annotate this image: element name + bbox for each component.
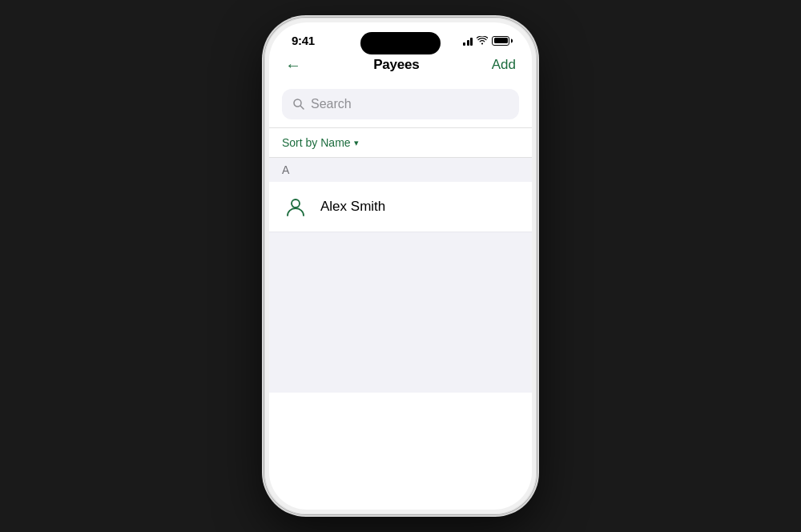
sort-chevron-icon: ▾ — [354, 138, 359, 148]
payee-item[interactable]: Alex Smith — [269, 182, 532, 232]
nav-bar: ← Payees Add — [269, 54, 532, 83]
search-placeholder: Search — [311, 97, 508, 111]
search-container: Search — [269, 83, 532, 127]
search-icon — [293, 99, 304, 110]
status-icons — [463, 36, 509, 46]
phone-screen: 9:41 — [269, 22, 532, 510]
empty-space — [269, 232, 532, 393]
dynamic-island — [360, 32, 441, 54]
signal-icon — [463, 36, 473, 46]
svg-point-2 — [292, 200, 300, 208]
payee-name: Alex Smith — [320, 199, 385, 215]
content-area: A Alex Smith — [269, 158, 532, 393]
status-time: 9:41 — [292, 34, 315, 47]
svg-line-1 — [301, 107, 304, 110]
section-letter: A — [282, 163, 289, 176]
battery-icon — [492, 36, 509, 46]
search-bar[interactable]: Search — [282, 89, 519, 119]
add-button[interactable]: Add — [492, 57, 516, 73]
sort-button[interactable]: Sort by Name ▾ — [282, 136, 519, 149]
wifi-icon — [477, 36, 488, 45]
person-icon — [282, 193, 309, 220]
sort-section: Sort by Name ▾ — [269, 127, 532, 158]
back-arrow-icon: ← — [285, 57, 301, 73]
page-title: Payees — [373, 57, 419, 73]
back-button[interactable]: ← — [285, 57, 301, 73]
section-header-a: A — [269, 158, 532, 182]
phone-frame: 9:41 — [264, 18, 537, 514]
svg-point-0 — [294, 99, 301, 107]
sort-label: Sort by Name — [282, 136, 351, 149]
